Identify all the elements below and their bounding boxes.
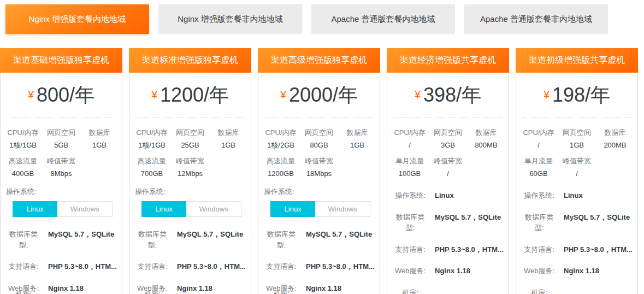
plan-title: 渠道经济增强版共享虚机 [387,48,509,73]
spec-value: 5GB [42,141,80,150]
os-value: Linux [564,190,637,201]
spec-value: 12Mbps [171,169,209,178]
tab-label: Nginx 增强版套餐非内地地域 [178,14,283,25]
os-option-windows-button[interactable]: Windows [186,201,241,217]
detail-row-web-server: Web服务: Nginx 1.18 [387,266,509,277]
spec-label: 网页空间 [300,128,338,141]
detail-value: MySQL 5.7，SQLite [177,229,251,240]
os-toggle-block: 操作系统: Linux Windows [1,187,122,217]
spec-label: 数据库 [80,128,119,141]
spec-label: 网页空间 [42,128,80,141]
detail-row-datacenter: 机房: [516,287,637,294]
spec-label: 高速流量 [262,150,300,169]
tab-label: Apache 普通版套餐非内地地域 [480,14,592,25]
detail-label: 支持语言: [393,244,428,255]
detail-value: MySQL 5.7，SQLite [48,229,122,240]
spec-value-empty [596,169,634,178]
detail-value: PHP 5.3~8.0，HTM... [306,261,380,272]
spec-label: 数据库 [338,128,376,141]
plan-title: 渠道高级增强版独享虚机 [258,48,380,73]
price-unit: /年 [333,84,358,106]
detail-list: 数据库类型: MySQL 5.7，SQLite 支持语言: PHP 5.3~8.… [258,229,380,294]
tab-0[interactable]: Nginx 增强版套餐内地地域 [5,4,149,34]
spec-label: 数据库 [596,128,634,141]
spec-label: 峰值带宽 [300,150,338,169]
detail-row-datacenter: 机房: [387,287,509,294]
spec-value: / [391,141,429,150]
price-amount: 800 [37,84,69,106]
os-option-windows-button[interactable]: Windows [315,201,370,217]
detail-row-languages: 支持语言: PHP 5.3~8.0，HTM... [387,244,509,255]
spec-label: CPU/内存 [391,128,429,141]
detail-list: 操作系统: Linux 数据库类型: MySQL 5.7，SQLite 支持语言… [387,190,509,294]
price-unit: /年 [456,84,481,106]
spec-value-empty [80,169,119,178]
tab-3[interactable]: Apache 普通版套餐非内地地域 [464,4,608,34]
tab-label: Nginx 增强版套餐内地地域 [29,14,126,25]
spec-value: 8Mbps [42,169,80,178]
detail-label: 数据库类型: [393,212,428,233]
spec-value-empty [209,169,247,178]
detail-value: Nginx 1.18 [177,283,251,294]
tab-label: Apache 普通版套餐内地地域 [331,14,435,25]
tab-2[interactable]: Apache 普通版套餐内地地域 [311,4,455,34]
os-text-row: 操作系统: Linux [387,190,509,201]
spec-value: 700GB [133,169,171,178]
detail-list: 数据库类型: MySQL 5.7，SQLite 支持语言: PHP 5.3~8.… [129,229,251,294]
detail-label: 支持语言: [6,261,41,272]
os-text-row: 操作系统: Linux [516,190,637,201]
price-unit: /年 [69,84,94,106]
os-option-linux-button[interactable]: Linux [270,201,315,217]
os-toggle: Linux Windows [13,201,113,217]
spec-value: 1GB [558,141,596,150]
detail-value: Nginx 1.18 [306,283,380,294]
spec-grid: CPU/内存 网页空间 数据库 1核/1GB 25GB 1GB 高速流量 峰值带… [129,117,251,178]
plan-card: 渠道初级增强版共享虚机 ¥198/年 CPU/内存 网页空间 数据库 / 1GB… [516,48,638,294]
spec-label: 数据库 [467,128,505,141]
spec-value: 1核/2GB [262,141,300,150]
spec-value: 400GB [4,169,42,178]
tab-1[interactable]: Nginx 增强版套餐非内地地域 [158,4,302,34]
spec-grid: CPU/内存 网页空间 数据库 / 3GB 800MB 单月流量 峰值带宽 10… [387,117,509,178]
detail-label: 支持语言: [135,261,170,272]
os-toggle: Linux Windows [141,201,241,217]
spec-value: 1GB [80,141,119,150]
spec-label: 峰值带宽 [558,150,596,169]
spec-label: 数据库 [209,128,247,141]
detail-row-languages: 支持语言: PHP 5.3~8.0，HTM... [129,261,251,272]
detail-value: MySQL 5.7，SQLite [435,212,509,223]
spec-label: CPU/内存 [133,128,171,141]
spec-value: 18Mbps [300,169,338,178]
spec-value: 800MB [467,141,505,150]
detail-value: PHP 5.3~8.0，HTM... [564,244,637,255]
spec-label: 网页空间 [558,128,596,141]
detail-row-database-type: 数据库类型: MySQL 5.7，SQLite [129,229,251,250]
os-option-windows-button[interactable]: Windows [57,201,113,217]
detail-row-languages: 支持语言: PHP 5.3~8.0，HTM... [1,261,122,272]
os-toggle-block: 操作系统: Linux Windows [129,187,251,217]
price-amount: 198 [552,84,585,106]
plan-title: 渠道标准增强版独享虚机 [129,48,251,73]
os-option-linux-button[interactable]: Linux [141,201,186,217]
spec-label: 单月流量 [391,150,429,169]
detail-value: Nginx 1.18 [564,266,637,277]
os-value: Linux [435,190,509,201]
plan-title: 渠道基础增强版独享虚机 [0,48,122,73]
plan-cards: 渠道基础增强版独享虚机 ¥800/年 CPU/内存 网页空间 数据库 1核/1G… [0,48,638,294]
detail-list: 操作系统: Linux 数据库类型: MySQL 5.7，SQLite 支持语言… [516,190,637,294]
detail-row-database-type: 数据库类型: MySQL 5.7，SQLite [1,229,122,250]
detail-label: 机房: [522,287,557,294]
os-option-linux-button[interactable]: Linux [13,201,57,217]
spec-label: 高速流量 [4,150,42,169]
os-label: 操作系统: [393,190,428,201]
price-amount: 398 [423,84,456,106]
spec-value: 3GB [429,141,467,150]
detail-row-database-type: 数据库类型: MySQL 5.7，SQLite [387,212,509,233]
plan-card: 渠道基础增强版独享虚机 ¥800/年 CPU/内存 网页空间 数据库 1核/1G… [0,48,122,294]
currency-symbol: ¥ [280,89,286,101]
spec-value: 1200GB [262,169,300,178]
plan-tabs: Nginx 增强版套餐内地地域 Nginx 增强版套餐非内地地域 Apache … [5,4,644,34]
currency-symbol: ¥ [28,89,34,101]
spec-label: 网页空间 [171,128,209,141]
plan-price: ¥198/年 [522,73,632,117]
